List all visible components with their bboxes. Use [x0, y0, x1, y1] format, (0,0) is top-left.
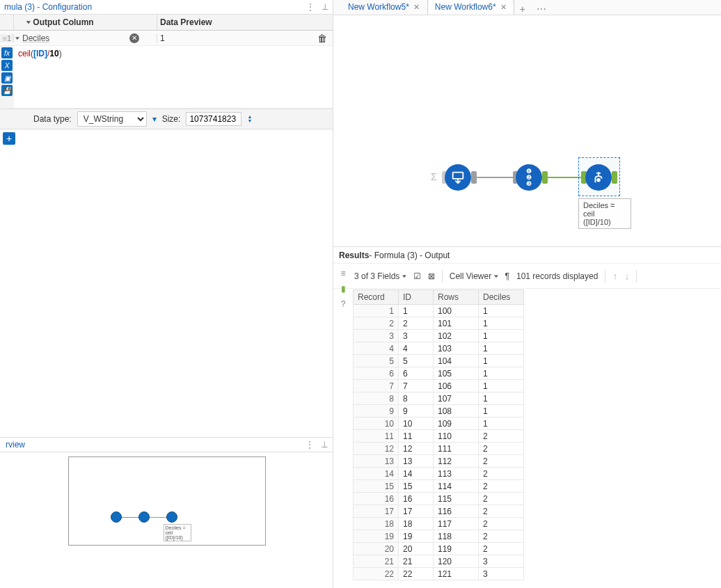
table-row[interactable]: 11111102	[354, 430, 524, 443]
records-displayed: 101 records displayed	[516, 271, 598, 281]
anchor-out[interactable]	[471, 171, 477, 184]
table-row[interactable]: 221011	[354, 317, 524, 330]
results-toolbar: 3 of 3 Fields ▾ ☑ ⊠ Cell Viewer ▾ ¶ 101 …	[333, 264, 721, 289]
cell-viewer-dropdown[interactable]: Cell Viewer ▾	[450, 271, 498, 281]
add-formula-button[interactable]: +	[3, 132, 15, 145]
table-row[interactable]: 331021	[354, 330, 524, 342]
overview-node-input[interactable]	[111, 511, 122, 523]
formula-grid-header: ▾ Output Column Data Preview	[0, 14, 333, 31]
close-square-icon[interactable]: ⊠	[428, 271, 435, 281]
fx-icon[interactable]: fx	[1, 47, 13, 58]
table-row[interactable]: 15151142	[354, 480, 524, 493]
table-row[interactable]: 991081	[354, 405, 524, 418]
configuration-panel: mula (3) - Configuration ⋮ ⊥ ▾ Output Co…	[0, 0, 333, 588]
pin-icon[interactable]: ⊥	[322, 2, 328, 12]
col-record[interactable]: Record	[354, 290, 399, 305]
output-column-input[interactable]	[22, 33, 127, 43]
output-row: ≡ 1 ▾ ✕ 1 🗑	[0, 31, 333, 46]
table-row[interactable]: 13131122	[354, 455, 524, 468]
results-title: Results	[339, 251, 369, 260]
tab-workflow5[interactable]: New Workflow5* ✕	[340, 0, 427, 15]
datatype-label: Data type:	[33, 114, 72, 124]
overview-body: Deciles = ceil([ID]/10)	[0, 452, 333, 588]
datatype-select[interactable]: V_WString	[77, 111, 147, 127]
save-icon[interactable]: 💾	[1, 85, 13, 96]
canvas-node-select[interactable]: ❶❷❸	[516, 164, 542, 191]
table-row[interactable]: 441031	[354, 342, 524, 355]
wire[interactable]	[548, 177, 581, 178]
expression-row: fx X ▣ 💾 ceil([ID]/10)	[0, 46, 333, 109]
dropdown-icon: ▾	[152, 114, 157, 124]
workflow-tabs: New Workflow5* ✕ New Workflow6* ✕ + ⋯	[333, 0, 721, 15]
close-icon[interactable]: ✕	[413, 3, 420, 12]
col-rows[interactable]: Rows	[434, 290, 479, 305]
pin-icon[interactable]: ⊥	[321, 440, 328, 450]
canvas-annotation[interactable]: Deciles = ceil ([ID]/10)	[578, 198, 631, 229]
help-icon[interactable]: ?	[341, 299, 346, 309]
right-panel: New Workflow5* ✕ New Workflow6* ✕ + ⋯ Σ …	[333, 0, 721, 588]
size-input[interactable]	[186, 112, 241, 126]
preview-value: 1	[160, 33, 165, 43]
size-spinner[interactable]: ▲▼	[247, 115, 252, 123]
messages-icon[interactable]: ▮	[341, 284, 346, 294]
table-row[interactable]: 881071	[354, 392, 524, 405]
sigma-icon: Σ	[431, 171, 437, 182]
kebab-icon[interactable]: ⋮	[306, 2, 315, 12]
table-row[interactable]: 17171162	[354, 505, 524, 518]
table-row[interactable]: 771061	[354, 380, 524, 392]
x-var-icon[interactable]: X	[1, 60, 13, 71]
canvas-node-input[interactable]	[445, 164, 471, 191]
table-row[interactable]: 14141132	[354, 468, 524, 480]
size-label: Size:	[162, 114, 181, 124]
close-icon[interactable]: ✕	[500, 3, 507, 12]
add-tab-button[interactable]: +	[514, 3, 531, 15]
wire[interactable]	[477, 177, 513, 178]
table-row[interactable]: 20201192	[354, 543, 524, 555]
anchor-out[interactable]	[542, 171, 548, 184]
data-preview-header: Data Preview	[157, 15, 333, 30]
table-row[interactable]: 111001	[354, 305, 524, 317]
fields-dropdown[interactable]: 3 of 3 Fields ▾	[354, 271, 406, 281]
overview-canvas[interactable]: Deciles = ceil([ID]/10)	[68, 456, 266, 546]
overview-annotation: Deciles = ceil([ID]/10)	[164, 524, 191, 541]
table-row[interactable]: 10101091	[354, 418, 524, 430]
clear-icon[interactable]: ✕	[129, 33, 139, 43]
table-row[interactable]: 22221213	[354, 568, 524, 580]
datatype-row: Data type: V_WString ▾ Size: ▲▼	[0, 109, 333, 129]
kebab-icon[interactable]: ⋮	[306, 440, 314, 450]
col-id[interactable]: ID	[399, 290, 434, 305]
results-grid[interactable]: RecordIDRowsDeciles 11100122101133102144…	[353, 289, 721, 588]
anchor-out[interactable]	[612, 171, 617, 184]
overview-header: rview ⋮ ⊥	[0, 437, 333, 452]
table-row[interactable]: 16161152	[354, 493, 524, 505]
trash-icon[interactable]: 🗑	[317, 33, 327, 44]
table-row[interactable]: 21211203	[354, 555, 524, 568]
paragraph-icon[interactable]: ¶	[505, 271, 509, 281]
tab-label: New Workflow5*	[348, 2, 409, 12]
table-row[interactable]: 661051	[354, 367, 524, 380]
arrow-down-icon[interactable]: ↓	[624, 271, 629, 282]
row-index: 1	[7, 34, 11, 42]
expression-editor[interactable]: ceil([ID]/10)	[14, 46, 333, 109]
svg-point-1	[596, 178, 601, 182]
canvas-node-formula[interactable]	[585, 164, 612, 191]
chevron-down-icon[interactable]: ▾	[26, 19, 31, 25]
results-header: Results - Formula (3) - Output	[333, 247, 721, 264]
table-row[interactable]: 18181172	[354, 518, 524, 530]
table-row[interactable]: 12121112	[354, 443, 524, 455]
workflow-canvas[interactable]: Σ ❶❷❸ Deciles = ceil ([ID]/10)	[333, 15, 721, 247]
table-row[interactable]: 19191182	[354, 530, 524, 543]
overview-node-formula[interactable]	[166, 511, 177, 523]
folder-icon[interactable]: ▣	[1, 72, 13, 84]
config-header: mula (3) - Configuration ⋮ ⊥	[0, 0, 333, 14]
overview-node-select[interactable]	[138, 511, 150, 523]
col-deciles[interactable]: Deciles	[479, 290, 524, 305]
table-row[interactable]: 551041	[354, 355, 524, 367]
list-icon[interactable]: ≡	[340, 269, 345, 278]
output-column-header: Output Column	[33, 17, 93, 27]
more-tabs-icon[interactable]: ⋯	[531, 3, 552, 15]
chevron-down-icon[interactable]: ▾	[15, 35, 19, 40]
check-icon[interactable]: ☑	[413, 271, 421, 281]
tab-workflow6[interactable]: New Workflow6* ✕	[427, 0, 514, 15]
arrow-up-icon[interactable]: ↑	[612, 271, 617, 282]
